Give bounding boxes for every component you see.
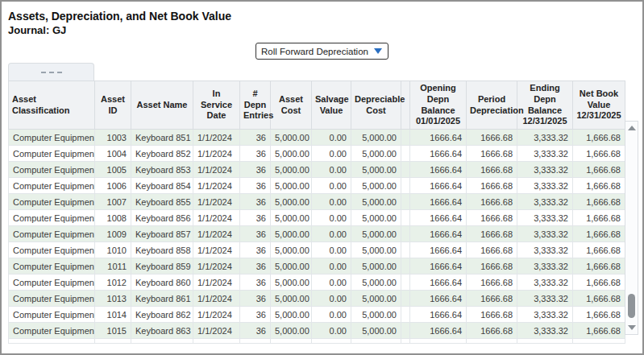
- cell-nbv: 1,666.68: [573, 178, 625, 194]
- cell-id: 1008: [95, 210, 131, 226]
- cell-entries: 36: [240, 275, 271, 291]
- cell-spacer: [401, 226, 410, 242]
- cell-entries: 36: [240, 162, 271, 178]
- cell-ending: 3,333.32: [517, 258, 573, 275]
- cell-ending: 3,333.32: [517, 146, 573, 162]
- table-row[interactable]: Computer Equipment1012Keyboard 8601/1/20…: [9, 275, 625, 291]
- grip-dashes-icon: [41, 72, 62, 73]
- cell-cost: 5,000.00: [271, 307, 312, 323]
- cell-cost: 5,000.00: [271, 323, 312, 339]
- cell-in_service: 1/1/2024: [193, 146, 240, 162]
- column-header-id: Asset ID: [95, 81, 131, 130]
- panel-drag-handle[interactable]: [8, 63, 94, 80]
- cell-empty: [9, 339, 95, 344]
- cell-period: 1666.68: [467, 258, 517, 275]
- cell-spacer: [401, 291, 410, 307]
- cell-ending: 3,333.32: [517, 291, 573, 307]
- cell-in_service: 1/1/2024: [193, 178, 240, 194]
- cell-salvage: 0.00: [312, 162, 351, 178]
- cell-ending: 3,333.32: [517, 226, 573, 242]
- cell-period: 1666.68: [467, 146, 517, 162]
- table-row[interactable]: Computer Equipment1009Keyboard 8571/1/20…: [9, 226, 625, 242]
- cell-name: Keyboard 851: [131, 130, 193, 146]
- cell-name: Keyboard 860: [131, 275, 193, 291]
- cell-in_service: 1/1/2024: [193, 291, 240, 307]
- cell-opening: 1666.64: [410, 258, 467, 275]
- cell-opening: 1666.64: [410, 130, 467, 146]
- cell-nbv: 1,666.68: [573, 307, 625, 323]
- cell-name: Keyboard 859: [131, 258, 193, 275]
- cell-empty: [351, 339, 401, 344]
- column-header-period: Period Depreciation: [467, 81, 517, 130]
- cell-spacer: [401, 242, 410, 258]
- table-body: Computer Equipment1003Keyboard 8511/1/20…: [9, 130, 625, 344]
- cell-salvage: 0.00: [312, 130, 351, 146]
- cell-depreciable: 5,000.00: [351, 258, 401, 275]
- table-row[interactable]: Computer Equipment1010Keyboard 8581/1/20…: [9, 242, 625, 258]
- cell-opening: 1666.64: [410, 178, 467, 194]
- table-row[interactable]: Computer Equipment1007Keyboard 8551/1/20…: [9, 194, 625, 210]
- cell-empty: [312, 339, 351, 344]
- cell-salvage: 0.00: [312, 178, 351, 194]
- cell-entries: 36: [240, 307, 271, 323]
- vertical-scrollbar[interactable]: [625, 121, 638, 335]
- cell-period: 1666.68: [467, 275, 517, 291]
- cell-name: Keyboard 854: [131, 178, 193, 194]
- cell-ending: 3,333.32: [517, 275, 573, 291]
- cell-name: Keyboard 858: [131, 242, 193, 258]
- cell-in_service: 1/1/2024: [193, 210, 240, 226]
- cell-spacer: [401, 194, 410, 210]
- cell-spacer: [401, 307, 410, 323]
- cell-empty: [240, 339, 271, 344]
- table-row[interactable]: Computer Equipment1005Keyboard 8531/1/20…: [9, 162, 625, 178]
- table-row[interactable]: Computer Equipment1011Keyboard 8591/1/20…: [9, 258, 625, 275]
- cell-entries: 36: [240, 194, 271, 210]
- table-row[interactable]: Computer Equipment1003Keyboard 8511/1/20…: [9, 130, 625, 146]
- cell-in_service: 1/1/2024: [193, 307, 240, 323]
- cell-salvage: 0.00: [312, 275, 351, 291]
- cell-ending: 3,333.32: [517, 162, 573, 178]
- cell-spacer: [401, 258, 410, 275]
- cell-empty: [517, 339, 573, 344]
- cell-classification: Computer Equipment: [9, 226, 95, 242]
- cell-depreciable: 5,000.00: [351, 194, 401, 210]
- cell-nbv: 1,666.68: [573, 210, 625, 226]
- cell-name: Keyboard 863: [131, 323, 193, 339]
- scrollbar-track[interactable]: [625, 130, 638, 325]
- table-row[interactable]: Computer Equipment1008Keyboard 8561/1/20…: [9, 210, 625, 226]
- table-row[interactable]: Computer Equipment1014Keyboard 8621/1/20…: [9, 307, 625, 323]
- cell-name: Keyboard 857: [131, 226, 193, 242]
- cell-empty: [271, 339, 312, 344]
- report-type-dropdown[interactable]: Roll Forward Depreciation: [256, 43, 388, 60]
- column-header-classification: Asset Classification: [9, 81, 95, 130]
- cell-salvage: 0.00: [312, 194, 351, 210]
- cell-opening: 1666.64: [410, 323, 467, 339]
- cell-name: Keyboard 853: [131, 162, 193, 178]
- table-row[interactable]: Computer Equipment1015Keyboard 8631/1/20…: [9, 323, 625, 339]
- cell-depreciable: 5,000.00: [351, 178, 401, 194]
- cell-depreciable: 5,000.00: [351, 291, 401, 307]
- cell-cost: 5,000.00: [271, 226, 312, 242]
- column-header-cost: Asset Cost: [271, 81, 312, 130]
- table-row[interactable]: Computer Equipment1006Keyboard 8541/1/20…: [9, 178, 625, 194]
- column-header-entries: # Depn Entries: [240, 81, 271, 130]
- scroll-down-arrow-icon[interactable]: [628, 325, 636, 330]
- table-row[interactable]: Computer Equipment1013Keyboard 8611/1/20…: [9, 291, 625, 307]
- cell-id: 1013: [95, 291, 131, 307]
- cell-nbv: 1,666.68: [573, 275, 625, 291]
- cell-in_service: 1/1/2024: [193, 323, 240, 339]
- cell-opening: 1666.64: [410, 242, 467, 258]
- cell-period: 1666.68: [467, 178, 517, 194]
- table-row[interactable]: Computer Equipment1004Keyboard 8521/1/20…: [9, 146, 625, 162]
- cell-nbv: 1,666.68: [573, 242, 625, 258]
- cell-in_service: 1/1/2024: [193, 226, 240, 242]
- cell-cost: 5,000.00: [271, 242, 312, 258]
- column-header-in_service: In Service Date: [193, 81, 240, 130]
- cell-salvage: 0.00: [312, 323, 351, 339]
- cell-depreciable: 5,000.00: [351, 146, 401, 162]
- cell-id: 1007: [95, 194, 131, 210]
- column-header-nbv: Net Book Value 12/31/2025: [573, 81, 625, 130]
- scrollbar-thumb[interactable]: [628, 294, 635, 318]
- cell-id: 1011: [95, 258, 131, 275]
- cell-name: Keyboard 852: [131, 146, 193, 162]
